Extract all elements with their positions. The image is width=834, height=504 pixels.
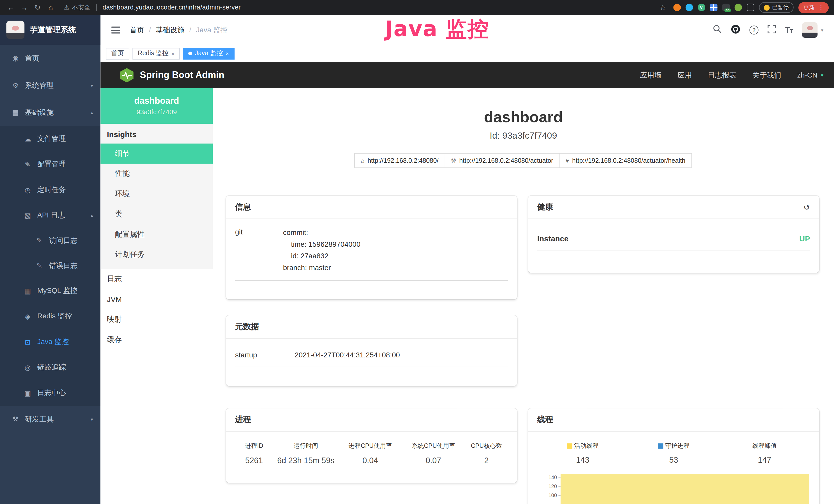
- sidebar-item-cron[interactable]: ◷ 定时任务: [0, 177, 101, 203]
- active-threads-area: [561, 474, 809, 504]
- sba-menu-caches[interactable]: 缓存: [101, 330, 213, 350]
- active-dot-icon: [189, 52, 192, 55]
- sba-menu-metrics[interactable]: 性能: [101, 164, 213, 184]
- security-label: 不安全: [72, 3, 90, 11]
- sidebar-item-label: Redis 监控: [37, 312, 72, 321]
- tab-home[interactable]: 首页: [106, 47, 129, 59]
- vue-extension-icon[interactable]: V: [698, 4, 705, 11]
- wrench-icon: ⚒: [451, 157, 456, 164]
- sidebar-item-system[interactable]: ⚙ 系统管理 ▾: [0, 72, 101, 99]
- drop-extension-icon[interactable]: [685, 4, 693, 11]
- sba-menu-mappings[interactable]: 映射: [101, 310, 213, 330]
- close-icon[interactable]: ×: [171, 50, 175, 57]
- sidebar-item-trace[interactable]: ◎ 链路追踪: [0, 354, 101, 380]
- sidebar-item-redis[interactable]: ◈ Redis 监控: [0, 303, 101, 329]
- chrome-update-button[interactable]: 更新 ⋮: [798, 2, 829, 13]
- health-instance-label: Instance: [537, 234, 568, 243]
- sba-menu-details[interactable]: 细节: [101, 143, 213, 164]
- avatar[interactable]: [803, 22, 818, 38]
- target-icon: ◎: [23, 363, 32, 371]
- menu-label: 日志: [107, 274, 122, 284]
- hamburger-icon[interactable]: [111, 27, 120, 33]
- sidebar-item-config[interactable]: ✎ 配置管理: [0, 152, 101, 177]
- font-size-icon[interactable]: TT: [785, 25, 793, 35]
- sba-nav-journal[interactable]: 日志报表: [708, 70, 737, 80]
- link-url: http://192.168.0.2:48080/: [368, 157, 438, 164]
- divider: [96, 4, 96, 11]
- bookmark-star-icon[interactable]: ☆: [657, 3, 668, 12]
- service-url-link[interactable]: ⌂ http://192.168.0.2:48080/: [354, 153, 445, 168]
- sidebar-item-java[interactable]: ⊡ Java 监控: [0, 329, 101, 354]
- sidebar-item-error-log[interactable]: ✎ 错误日志: [0, 253, 101, 278]
- sidebar-item-infra[interactable]: ▤ 基础设施 ▴: [0, 99, 101, 126]
- locale-select[interactable]: zh-CN ▾: [797, 71, 823, 79]
- right-column: 健康 ↺ Instance UP: [528, 196, 819, 504]
- sba-sidebar: dashboard 93a3fc7f7409 Insights 细节 性能 环境…: [101, 88, 213, 504]
- forward-arrow-icon[interactable]: →: [19, 3, 29, 12]
- sba-menu-scheduledtasks[interactable]: 计划任务: [101, 245, 213, 265]
- info-key: git: [235, 227, 283, 274]
- sidebar-item-file[interactable]: ☁ 文件管理: [0, 126, 101, 152]
- admin-header: 首页 / 基础设施 / Java 监控 Java 监控 ?: [101, 15, 834, 45]
- breadcrumb-separator: /: [149, 26, 151, 34]
- back-arrow-icon[interactable]: ←: [5, 3, 17, 12]
- health-row[interactable]: Instance UP: [537, 229, 810, 251]
- update-label: 更新: [803, 3, 815, 11]
- reload-icon[interactable]: ↻: [32, 3, 43, 12]
- header-actions: ? TT ▾: [713, 22, 823, 38]
- sba-menu-environment[interactable]: 环境: [101, 184, 213, 204]
- logo-pig-icon: [6, 21, 24, 39]
- link-url: http://192.168.0.2:48080/actuator/health: [572, 157, 685, 164]
- profile-paused-badge[interactable]: 已暂停: [759, 2, 794, 13]
- sba-nav-wall[interactable]: 应用墙: [640, 70, 662, 80]
- sba-nav-applications[interactable]: 应用: [678, 70, 692, 80]
- chevron-down-icon[interactable]: ▾: [821, 27, 823, 33]
- tab-java[interactable]: Java 监控 ×: [183, 47, 234, 59]
- address-url[interactable]: dashboard.yudao.iocoder.cn/infra/admin-s…: [103, 4, 241, 11]
- legend-value: 143: [537, 455, 628, 464]
- browser-home-icon[interactable]: ⌂: [45, 3, 56, 12]
- tools-icon: ⚒: [11, 415, 20, 423]
- breadcrumb-home[interactable]: 首页: [130, 25, 144, 35]
- sidebar-item-mysql[interactable]: ▦ MySQL 监控: [0, 278, 101, 303]
- sidebar-item-devtools[interactable]: ⚒ 研发工具 ▾: [0, 406, 101, 433]
- search-icon[interactable]: [713, 24, 722, 36]
- app-logo[interactable]: 芋道管理系统: [0, 15, 101, 45]
- fox-extension-icon[interactable]: [673, 4, 681, 11]
- legend-value: 147: [719, 455, 810, 464]
- sba-brand[interactable]: Spring Boot Admin: [120, 68, 224, 83]
- grid-extension-icon[interactable]: [710, 4, 717, 11]
- puzzle-extensions-icon[interactable]: [746, 4, 754, 11]
- help-icon[interactable]: ?: [749, 25, 759, 35]
- sidebar-item-label: MySQL 监控: [37, 286, 77, 296]
- site-security-indicator[interactable]: ⚠ 不安全: [64, 3, 90, 11]
- fullscreen-icon[interactable]: [768, 25, 776, 35]
- sidebar-item-access-log[interactable]: ✎ 访问日志: [0, 228, 101, 253]
- instance-detail: dashboard Id: 93a3fc7f7409 ⌂ http://192.…: [213, 88, 834, 504]
- history-icon[interactable]: ↺: [804, 202, 810, 212]
- health-url-link[interactable]: ♥ http://192.168.0.2:48080/actuator/heal…: [559, 153, 692, 168]
- github-icon[interactable]: [731, 24, 741, 36]
- legend-label: 活动线程: [574, 442, 598, 450]
- card-title: 健康: [537, 202, 553, 212]
- y-tick-label: 120: [548, 483, 557, 489]
- sba-menu-configprops[interactable]: 配置属性: [101, 224, 213, 245]
- instance-name: dashboard: [101, 96, 213, 106]
- leaf-extension-icon[interactable]: [734, 4, 742, 11]
- admin-menu: ◉ 首页 ⚙ 系统管理 ▾ ▤ 基础设施 ▴ ☁ 文件管理: [0, 45, 101, 504]
- sba-menu-jvm[interactable]: JVM: [101, 289, 213, 310]
- process-col-uptime: 运行时间 6d 23h 15m 59s: [273, 442, 339, 465]
- sba-menu-logs[interactable]: 日志: [101, 269, 213, 289]
- breadcrumb-infra[interactable]: 基础设施: [156, 25, 184, 35]
- sidebar-item-log-center[interactable]: ▣ 日志中心: [0, 380, 101, 406]
- sba-menu-classes[interactable]: 类: [101, 204, 213, 224]
- tab-redis[interactable]: Redis 监控 ×: [133, 47, 180, 59]
- sidebar-item-home[interactable]: ◉ 首页: [0, 45, 101, 72]
- actuator-url-link[interactable]: ⚒ http://192.168.0.2:48080/actuator: [444, 153, 560, 168]
- link-url: http://192.168.0.2:48080/actuator: [459, 157, 553, 164]
- instance-header[interactable]: dashboard 93a3fc7f7409: [101, 88, 213, 124]
- close-icon[interactable]: ×: [225, 50, 229, 57]
- sidebar-item-api-log[interactable]: ▧ API 日志 ▴: [0, 203, 101, 228]
- sba-nav-about[interactable]: 关于我们: [752, 70, 781, 80]
- switch-on-extension-icon[interactable]: on: [722, 4, 729, 11]
